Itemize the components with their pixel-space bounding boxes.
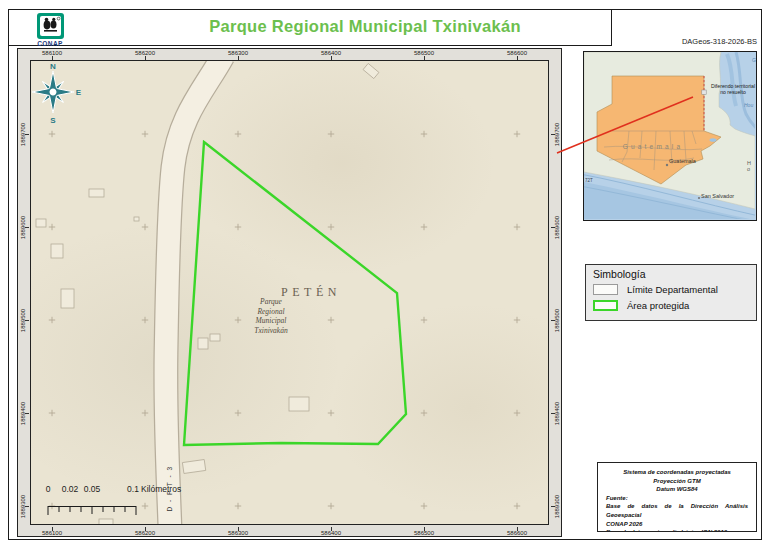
- compass-n-label: N: [50, 62, 56, 71]
- credits-line: Base de datos de la Dirección Análisis G…: [606, 502, 748, 519]
- credits-box: Sistema de coordenadas proyectadas Proye…: [597, 462, 757, 532]
- scale-ruler: [48, 506, 136, 515]
- conap-logo-pictogram: [40, 16, 61, 36]
- legend: Simbología Límite Departamental Área pro…: [585, 264, 757, 321]
- map-canvas: N E S O PETÉN Parque Regional Municipal …: [30, 60, 549, 525]
- tick-mark: [25, 413, 29, 414]
- conap-logo-label: CONAP: [36, 40, 64, 47]
- park-name-line: Txinivakán: [229, 326, 313, 336]
- capital-city-label: Guatemala: [669, 158, 696, 164]
- tick-mark: [52, 527, 53, 531]
- credits-line: Sistema de coordenadas proyectadas: [606, 468, 748, 477]
- tick-mark: [145, 527, 146, 531]
- tick-mark: [551, 320, 555, 321]
- legend-item-limite-departamental: Límite Departamental: [593, 284, 749, 295]
- department-boundary-swatch: [593, 284, 618, 295]
- compass-e-label: E: [76, 88, 82, 97]
- inset-locator-map: Diferendo territorial no resuelto Guatem…: [583, 51, 757, 221]
- tick-mark: [551, 506, 555, 507]
- sea-label-fragment: Hou: [744, 102, 753, 108]
- park-name-label: Parque Regional Municipal Txinivakán: [229, 297, 313, 335]
- credits-line: Proyección GTM: [606, 477, 748, 486]
- legend-item-label: Límite Departamental: [627, 284, 718, 295]
- title-bar: CONAP Parque Regional Municipal Txinivak…: [8, 9, 612, 46]
- tick-mark: [25, 134, 29, 135]
- legend-title: Simbología: [593, 268, 749, 280]
- page-title: Parque Regional Municipal Txinivakán: [127, 17, 603, 36]
- protected-area-swatch: [593, 300, 618, 311]
- tick-mark: [424, 527, 425, 531]
- tick-mark: [25, 320, 29, 321]
- compass-rose: N E S O: [31, 62, 82, 126]
- map-sheet: CONAP Parque Regional Municipal Txinivak…: [0, 0, 768, 544]
- disputed-territory-note: Diferendo territorial no resuelto: [710, 83, 756, 96]
- park-name-line: Municipal: [229, 316, 313, 326]
- credits-line: Fuente:: [606, 494, 748, 503]
- scalebar-value: 0.05: [79, 484, 105, 494]
- map-frame: N E S O PETÉN Parque Regional Municipal …: [17, 48, 562, 537]
- scalebar-unit: Kilómetros: [141, 484, 181, 494]
- tick-mark: [551, 227, 555, 228]
- credits-line: Base de datos cartografía básica IGN 201…: [606, 528, 748, 532]
- tick-mark: [238, 527, 239, 531]
- conap-logo-icon: [37, 13, 64, 39]
- park-name-line: Regional: [229, 307, 313, 317]
- san-salvador-label: San Salvador: [701, 193, 734, 199]
- document-code: DAGeos-318-2026-BS: [682, 37, 757, 46]
- tick-mark: [25, 227, 29, 228]
- tick-mark: [52, 56, 53, 60]
- tick-mark: [238, 56, 239, 60]
- tick-mark: [551, 134, 555, 135]
- credits-line: Datum WGS84: [606, 485, 748, 494]
- compass-s-label: S: [50, 116, 56, 125]
- legend-item-area-protegida: Área protegida: [593, 300, 749, 311]
- country-label: Guatemala: [612, 143, 694, 150]
- grid-zone-label: 72T: [585, 178, 593, 183]
- honduras-label-fragment: H o: [747, 160, 756, 172]
- legend-item-label: Área protegida: [627, 300, 689, 311]
- tick-mark: [331, 527, 332, 531]
- tick-mark: [517, 527, 518, 531]
- tick-mark: [145, 56, 146, 60]
- tick-mark: [517, 56, 518, 60]
- conap-logo: CONAP: [36, 13, 64, 53]
- tick-mark: [331, 56, 332, 60]
- sea-label-fragment: G: [752, 57, 756, 63]
- tick-mark: [424, 56, 425, 60]
- park-name-line: Parque: [229, 297, 313, 307]
- credits-line: CONAP 2026: [606, 520, 748, 529]
- tick-mark: [551, 413, 555, 414]
- tick-mark: [25, 506, 29, 507]
